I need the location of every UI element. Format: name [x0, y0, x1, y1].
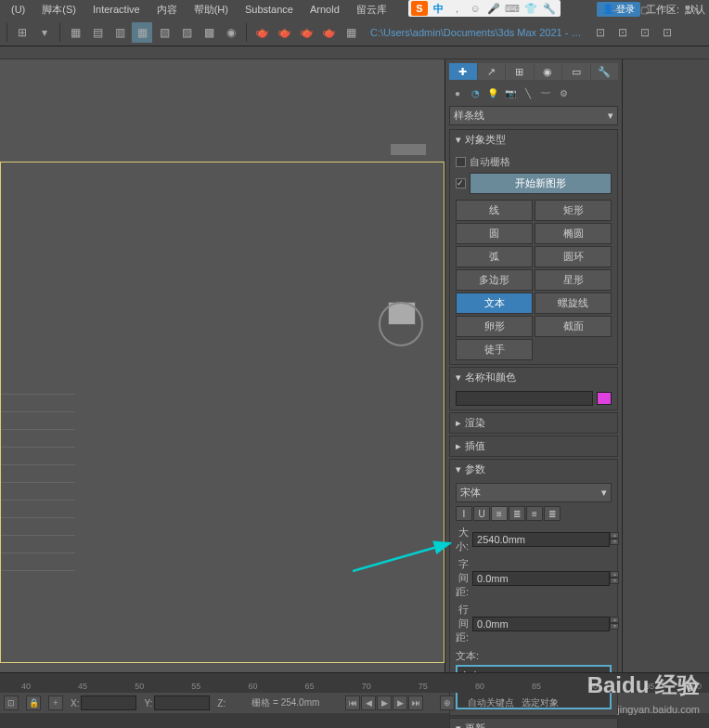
kern-up[interactable]: ▴: [610, 571, 619, 578]
layer-icon[interactable]: ▧: [154, 22, 174, 43]
leading-input[interactable]: [472, 617, 610, 631]
goto-end-icon[interactable]: ⏭: [408, 696, 423, 710]
star-button[interactable]: 星形: [535, 269, 612, 291]
object-name-input[interactable]: [456, 391, 593, 406]
teapot4-icon[interactable]: 🫖: [318, 22, 339, 43]
display-tab[interactable]: ▭: [562, 63, 590, 80]
minimize-button[interactable]: —: [605, 0, 631, 19]
play-icon[interactable]: ▶: [377, 696, 392, 710]
create-tab[interactable]: ✚: [449, 63, 477, 80]
space-subtab[interactable]: 〰: [537, 85, 554, 100]
hierarchy-tab[interactable]: ⊞: [506, 63, 534, 80]
motion-tab[interactable]: ◉: [535, 63, 562, 80]
schematic-icon[interactable]: ▩: [199, 22, 219, 43]
name-color-header[interactable]: ▾ 名称和颜色: [450, 368, 617, 387]
menu-help[interactable]: 帮助(H): [187, 1, 236, 19]
goto-start-icon[interactable]: ⏮: [345, 696, 360, 710]
viewport[interactable]: [0, 59, 445, 672]
lead-up[interactable]: ▴: [610, 617, 619, 623]
text-button[interactable]: 文本: [456, 292, 533, 314]
size-input[interactable]: [472, 532, 610, 547]
ellipse-button[interactable]: 椭圆: [535, 223, 612, 244]
kerning-input[interactable]: [472, 571, 610, 586]
object-color-swatch[interactable]: [597, 392, 612, 405]
size-down[interactable]: ▾: [610, 539, 619, 545]
ime-mic-icon[interactable]: 🎤: [485, 1, 502, 16]
ime-tool-icon[interactable]: 🔧: [541, 1, 558, 16]
align-center-button[interactable]: ≣: [509, 506, 525, 521]
ime-face-icon[interactable]: ☺: [467, 1, 483, 16]
ref-coord-icon[interactable]: ⊡: [590, 22, 611, 43]
systems-subtab[interactable]: ⚙: [555, 85, 572, 100]
align-left-button[interactable]: ≡: [491, 506, 508, 521]
close-button[interactable]: ×: [683, 0, 709, 19]
interp-header[interactable]: ▸ 插值: [450, 436, 617, 456]
geometry-subtab[interactable]: ●: [449, 85, 466, 100]
params-header[interactable]: ▾ 参数: [450, 460, 617, 479]
modify-tab[interactable]: ↗: [478, 63, 506, 80]
lead-down[interactable]: ▾: [610, 623, 619, 630]
shapes-subtab[interactable]: ◔: [467, 85, 483, 100]
object-type-header[interactable]: ▾ 对象类型: [450, 130, 617, 150]
restore-button[interactable]: ▢: [631, 0, 657, 19]
utilities-tab[interactable]: 🔧: [591, 63, 619, 80]
menu-arnold[interactable]: Arnold: [303, 2, 347, 17]
viewport-active[interactable]: [0, 162, 445, 663]
render-header[interactable]: ▸ 渲染: [450, 413, 617, 433]
ref-coord4-icon[interactable]: ⊡: [657, 22, 677, 43]
render-setup-icon[interactable]: ▦: [341, 22, 361, 43]
ime-lang[interactable]: 中: [430, 1, 446, 16]
lock-icon[interactable]: 🔒: [26, 696, 41, 710]
snap-toggle-icon[interactable]: ⊞: [12, 22, 32, 43]
line-button[interactable]: 线: [456, 200, 533, 221]
ime-skin-icon[interactable]: 👕: [522, 1, 539, 16]
menu-u[interactable]: (U): [4, 2, 32, 17]
helpers-subtab[interactable]: ╲: [520, 85, 536, 100]
menu-script[interactable]: 脚本(S): [34, 1, 84, 19]
maxscript-icon[interactable]: ⊡: [4, 696, 19, 710]
underline-button[interactable]: U: [473, 506, 490, 521]
time-config-icon[interactable]: ⊕: [440, 696, 455, 710]
x-input[interactable]: [81, 696, 136, 710]
prev-frame-icon[interactable]: ◀: [361, 696, 376, 710]
ref-coord2-icon[interactable]: ⊡: [612, 22, 633, 43]
viewcube[interactable]: [379, 302, 425, 348]
y-input[interactable]: [154, 696, 210, 710]
selection-filter-icon[interactable]: ▦: [65, 22, 85, 43]
menu-cloud[interactable]: 留云库: [349, 1, 394, 19]
lights-subtab[interactable]: 💡: [484, 85, 501, 100]
start-new-checkbox[interactable]: [456, 178, 466, 188]
freehand-button[interactable]: 徒手: [456, 339, 533, 360]
mirror-icon[interactable]: ▥: [110, 22, 130, 43]
category-dropdown[interactable]: 样条线▾: [449, 106, 618, 125]
align-justify-button[interactable]: ≣: [544, 506, 561, 521]
edit-named-icon[interactable]: ▤: [87, 22, 108, 43]
menu-substance[interactable]: Substance: [238, 2, 301, 17]
align-icon[interactable]: ▦: [132, 22, 152, 43]
kern-down[interactable]: ▾: [610, 578, 619, 584]
egg-button[interactable]: 卵形: [456, 316, 533, 337]
align-right-button[interactable]: ≡: [526, 506, 543, 521]
circle-button[interactable]: 圆: [456, 223, 533, 244]
selection-filter[interactable]: 选定对象: [522, 696, 559, 709]
helix-button[interactable]: 螺旋线: [535, 292, 612, 314]
arc-button[interactable]: 弧: [456, 246, 533, 267]
curve-editor-icon[interactable]: ▨: [176, 22, 197, 43]
donut-button[interactable]: 圆环: [535, 246, 612, 267]
start-new-shape-button[interactable]: 开始新图形: [470, 173, 612, 194]
teapot2-icon[interactable]: 🫖: [274, 22, 294, 43]
autokey-button[interactable]: 自动关键点: [468, 696, 514, 709]
maximize-button[interactable]: □: [657, 0, 683, 19]
menu-interactive[interactable]: Interactive: [85, 2, 148, 17]
autogrid-checkbox[interactable]: [456, 157, 466, 167]
angle-snap-icon[interactable]: ▾: [34, 22, 55, 43]
size-up[interactable]: ▴: [610, 532, 619, 539]
cameras-subtab[interactable]: 📷: [502, 85, 519, 100]
update-header[interactable]: ▾ 更新: [450, 719, 617, 728]
teapot1-icon[interactable]: 🫖: [251, 22, 272, 43]
material-icon[interactable]: ◉: [221, 22, 241, 43]
next-frame-icon[interactable]: ▶: [393, 696, 407, 710]
section-button[interactable]: 截面: [535, 316, 612, 337]
font-dropdown[interactable]: 宋体▾: [456, 483, 612, 502]
viewport-pager[interactable]: [390, 143, 427, 156]
